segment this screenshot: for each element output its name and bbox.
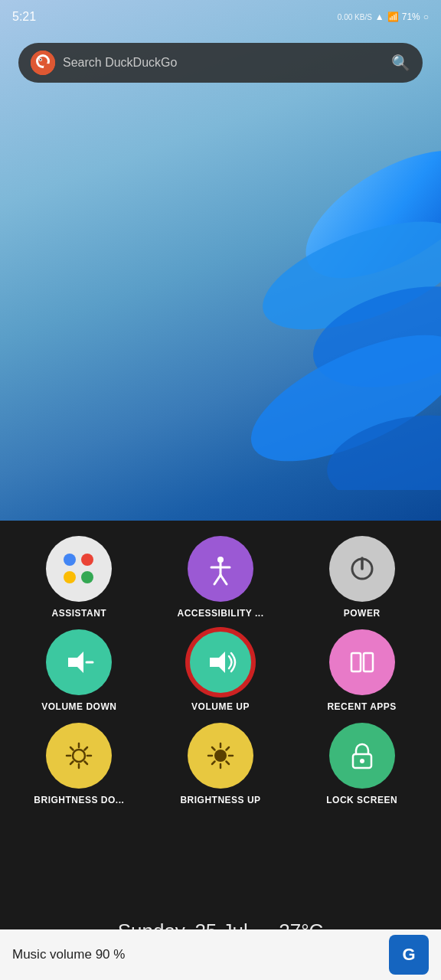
power-button[interactable]: POWER	[295, 536, 429, 619]
gadgets-logo-text: G	[402, 945, 415, 965]
signal-icon: 📶	[387, 11, 399, 22]
lock-screen-button[interactable]: LOCK SCREEN	[295, 723, 429, 805]
volume-down-icon-circle	[46, 629, 112, 695]
accessibility-icon-circle	[188, 536, 253, 602]
volume-down-button[interactable]: VOLUME DOWN	[12, 629, 146, 712]
power-icon-circle	[329, 536, 395, 602]
svg-point-10	[44, 64, 51, 71]
icon-grid: ASSISTANT ACCESSIBILITY ...	[12, 536, 429, 805]
brightness-up-label: BRIGHTNESS UP	[180, 795, 260, 805]
svg-point-42	[360, 759, 364, 763]
dot-red	[81, 554, 93, 566]
search-icon: 🔍	[391, 54, 410, 72]
gadgets-to-use-logo: G	[389, 935, 429, 975]
dot-yellow	[64, 571, 76, 583]
brightness-up-button[interactable]: BRIGHTNESS UP	[154, 723, 288, 805]
assistant-icon-circle	[46, 536, 112, 602]
svg-marker-18	[68, 652, 83, 673]
battery-text: 71%	[402, 11, 420, 22]
accessibility-label: ACCESSIBILITY ...	[178, 608, 264, 619]
volume-up-button[interactable]: VOLUME UP	[154, 629, 288, 712]
dot-green	[81, 571, 93, 583]
lock-screen-label: LOCK SCREEN	[326, 795, 397, 805]
wallpaper-swirl	[227, 122, 441, 490]
assistant-dots	[64, 554, 94, 584]
dot-blue	[64, 554, 76, 566]
assistant-button[interactable]: ASSISTANT	[12, 536, 146, 619]
accessibility-button[interactable]: ACCESSIBILITY ...	[154, 536, 288, 619]
lock-screen-icon-circle	[329, 723, 395, 789]
brightness-down-label: BRIGHTNESS DO...	[34, 795, 124, 805]
svg-point-9	[40, 59, 41, 60]
svg-line-28	[70, 747, 74, 750]
bottom-tray: ASSISTANT ACCESSIBILITY ...	[0, 521, 441, 934]
svg-line-29	[85, 762, 88, 765]
svg-line-31	[70, 762, 74, 765]
volume-up-label: VOLUME UP	[191, 701, 250, 712]
svg-point-23	[73, 750, 85, 762]
svg-line-38	[226, 762, 229, 765]
recent-apps-icon-circle	[329, 629, 395, 695]
svg-marker-20	[210, 652, 225, 673]
brightness-up-icon-circle	[188, 723, 253, 789]
status-bar: 5:21 0.00 KB/S ▲ 📶 71% ○	[0, 0, 441, 34]
search-bar[interactable]: Search DuckDuckGo 🔍	[18, 43, 423, 83]
svg-point-32	[214, 750, 227, 762]
status-icons: 0.00 KB/S ▲ 📶 71% ○	[338, 11, 429, 22]
svg-rect-22	[364, 653, 373, 671]
svg-line-30	[85, 747, 88, 750]
volume-down-label: VOLUME DOWN	[41, 701, 116, 712]
svg-line-14	[214, 575, 220, 584]
recent-apps-label: RECENT APPS	[327, 701, 396, 712]
svg-rect-21	[351, 653, 361, 671]
battery-icon: ○	[423, 11, 429, 22]
svg-line-39	[226, 747, 229, 750]
status-time: 5:21	[12, 10, 36, 24]
search-input-placeholder: Search DuckDuckGo	[63, 56, 384, 70]
music-volume-bar: Music volume 90 % G	[0, 929, 441, 980]
brightness-down-button[interactable]: BRIGHTNESS DO...	[12, 723, 146, 805]
volume-up-icon-circle	[188, 629, 253, 695]
svg-line-15	[220, 575, 227, 584]
svg-line-40	[212, 762, 215, 765]
duckduckgo-logo	[31, 51, 55, 75]
music-volume-text: Music volume 90 %	[12, 947, 380, 962]
svg-line-37	[212, 747, 215, 750]
recent-apps-button[interactable]: RECENT APPS	[295, 629, 429, 712]
brightness-down-icon-circle	[46, 723, 112, 789]
wifi-icon: ▲	[375, 11, 384, 22]
power-label: POWER	[344, 608, 381, 619]
network-speed: 0.00 KB/S	[338, 13, 372, 21]
assistant-label: ASSISTANT	[52, 608, 107, 619]
